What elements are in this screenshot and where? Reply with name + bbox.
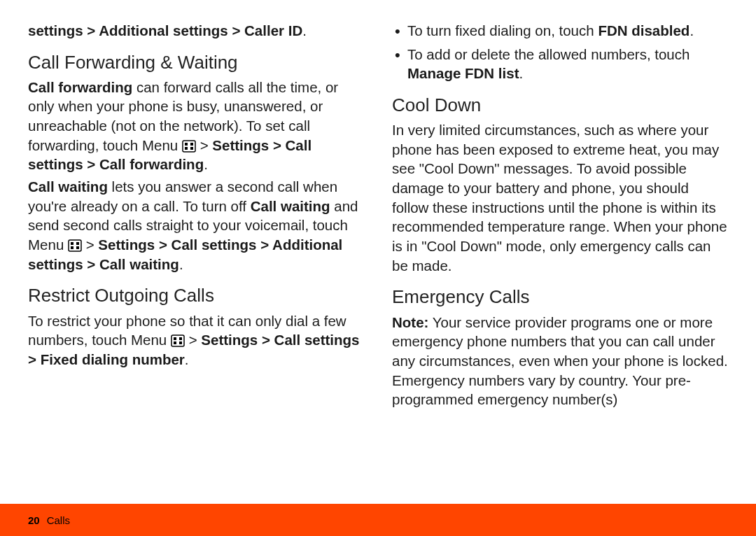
svg-rect-3 [185, 147, 188, 150]
bold-fdn-disabled: FDN disabled [598, 22, 690, 38]
text: To turn fixed dialing on, touch [407, 22, 598, 38]
svg-rect-12 [179, 337, 182, 340]
bold-call-forwarding: Call forwarding [28, 79, 132, 95]
text: . [179, 256, 183, 272]
right-column: To turn fixed dialing on, touch FDN disa… [392, 21, 728, 490]
svg-rect-0 [183, 141, 195, 152]
svg-rect-13 [174, 341, 176, 344]
text: . [204, 156, 208, 172]
text: . [519, 65, 523, 81]
menu-icon [171, 334, 185, 347]
heading-call-forwarding-waiting: Call Forwarding & Waiting [28, 50, 364, 75]
text: Your service provider programs one or mo… [392, 314, 728, 408]
para-call-forwarding: Call forwarding can forward calls all th… [28, 78, 364, 174]
intro-text: settings > Additional settings > Caller … [28, 21, 364, 41]
left-column: settings > Additional settings > Caller … [28, 21, 364, 490]
para-cool-down: In very limited circumstances, such as w… [392, 120, 728, 275]
svg-rect-1 [185, 143, 188, 146]
list-item: To turn fixed dialing on, touch FDN disa… [392, 21, 728, 41]
heading-emergency-calls: Emergency Calls [392, 285, 728, 309]
svg-rect-9 [76, 246, 79, 249]
bullet-list-fdn: To turn fixed dialing on, touch FDN disa… [392, 21, 728, 83]
svg-rect-6 [71, 242, 74, 245]
svg-rect-10 [172, 335, 184, 346]
svg-rect-7 [76, 242, 79, 245]
menu-icon [68, 239, 82, 252]
section-label: Calls [47, 514, 70, 526]
svg-rect-5 [69, 240, 81, 251]
svg-rect-11 [174, 337, 176, 340]
text: > [185, 332, 201, 348]
text: . [690, 22, 694, 38]
para-call-waiting: Call waiting lets you answer a second ca… [28, 177, 364, 274]
text: . [185, 351, 189, 367]
intro-end: . [302, 22, 307, 38]
bold-call-waiting: Call waiting [28, 178, 108, 195]
para-restrict: To restrict your phone so that it can on… [28, 311, 364, 369]
text: > [82, 237, 98, 253]
text: > [196, 137, 212, 153]
svg-rect-4 [190, 147, 193, 150]
para-emergency: Note: Your service provider programs one… [392, 313, 728, 409]
bold-call-waiting-2: Call waiting [251, 198, 330, 214]
manual-page: settings > Additional settings > Caller … [0, 0, 756, 504]
list-item: To add or delete the allowed numbers, to… [392, 45, 728, 83]
bold-manage-fdn: Manage FDN list [407, 65, 519, 81]
svg-rect-8 [71, 246, 74, 249]
svg-rect-2 [190, 143, 193, 146]
svg-rect-14 [179, 341, 182, 344]
intro-bold: settings > Additional settings > Caller … [28, 22, 302, 38]
page-footer: 20 Calls [0, 504, 756, 536]
menu-icon [182, 140, 196, 153]
heading-restrict-outgoing: Restrict Outgoing Calls [28, 283, 364, 308]
bold-note: Note: [392, 314, 428, 330]
text: To add or delete the allowed numbers, to… [407, 46, 690, 62]
page-number: 20 [28, 514, 40, 526]
heading-cool-down: Cool Down [392, 93, 728, 118]
